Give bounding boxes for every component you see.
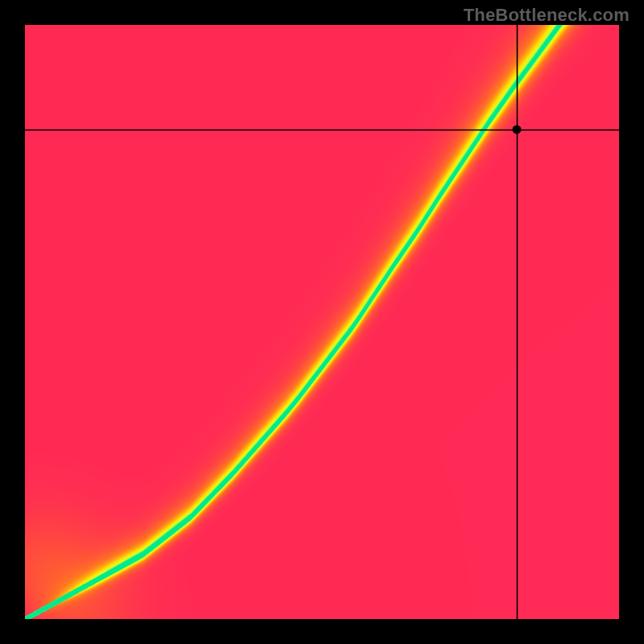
bottleneck-heatmap: [24, 24, 620, 620]
chart-stage: TheBottleneck.com: [0, 0, 644, 644]
watermark-text: TheBottleneck.com: [464, 5, 630, 26]
